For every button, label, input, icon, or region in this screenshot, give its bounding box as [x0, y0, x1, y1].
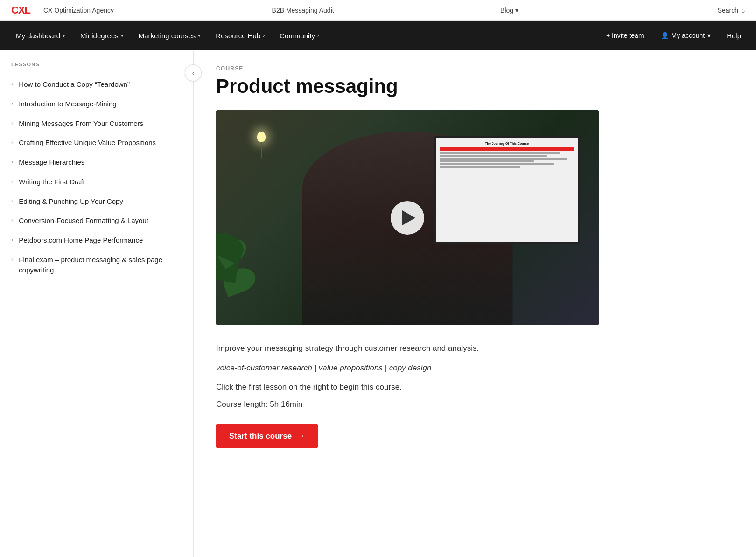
- video-plant-decoration: [224, 232, 280, 325]
- description-text: Improve your messaging strategy through …: [216, 342, 599, 355]
- lesson-item[interactable]: › Crafting Effective Unique Value Propos…: [0, 133, 193, 153]
- lesson-item[interactable]: › Introduction to Message-Mining: [0, 94, 193, 114]
- lesson-title: Writing the First Draft: [19, 177, 84, 187]
- screen-line-2: [440, 155, 547, 157]
- lesson-chevron-icon: ›: [11, 158, 13, 165]
- lesson-item[interactable]: › Message Hierarchies: [0, 153, 193, 172]
- play-icon: [402, 210, 415, 225]
- main-nav: My dashboard ▾ Minidegrees ▾ Marketing c…: [0, 21, 756, 50]
- collapse-sidebar-button[interactable]: ‹: [185, 64, 202, 81]
- nav-minidegrees-label: Minidegrees: [80, 32, 119, 40]
- top-bar: CXL CX Optimization Agency B2B Messaging…: [0, 0, 756, 21]
- screen-line-3: [440, 158, 567, 160]
- course-video[interactable]: The Journey Of This Course: [216, 110, 599, 325]
- start-button-label: Start this course: [229, 432, 292, 441]
- lesson-chevron-icon: ›: [11, 236, 13, 243]
- my-account-button[interactable]: 👤 My account ▾: [654, 28, 718, 43]
- lamp-stem: [261, 142, 262, 158]
- lesson-item[interactable]: › Mining Messages From Your Customers: [0, 114, 193, 133]
- nav-community[interactable]: Community ›: [273, 28, 326, 43]
- lesson-title: Mining Messages From Your Customers: [19, 118, 143, 129]
- minidegrees-chevron-icon: ▾: [121, 33, 124, 39]
- nav-resource-hub[interactable]: Resource Hub ›: [209, 28, 271, 43]
- video-background: The Journey Of This Course: [216, 110, 599, 325]
- lamp-bulb: [257, 132, 266, 142]
- help-label: Help: [727, 32, 741, 40]
- lesson-chevron-icon: ›: [11, 100, 13, 107]
- lesson-chevron-icon: ›: [11, 80, 13, 87]
- search-icon: ⌕: [741, 7, 745, 14]
- video-screen: The Journey Of This Course: [434, 136, 580, 244]
- help-button[interactable]: Help: [721, 28, 747, 43]
- screen-line-1: [440, 152, 560, 154]
- lesson-title: Editing & Punching Up Your Copy: [19, 196, 123, 207]
- lesson-item[interactable]: › Writing the First Draft: [0, 172, 193, 192]
- invite-team-label: + Invite team: [606, 32, 644, 39]
- video-lamp-decoration: [254, 132, 268, 160]
- b2b-audit-link[interactable]: B2B Messaging Audit: [272, 7, 490, 14]
- lesson-title: How to Conduct a Copy “Teardown”: [19, 79, 130, 90]
- lesson-title: Final exam – product messaging & sales p…: [19, 255, 182, 275]
- lesson-item[interactable]: › Conversion-Focused Formatting & Layout: [0, 211, 193, 230]
- course-description: Improve your messaging strategy through …: [216, 342, 599, 448]
- screen-title: The Journey Of This Course: [440, 142, 574, 145]
- cx-optimization-link[interactable]: CX Optimization Agency: [43, 7, 261, 14]
- nav-marketing-courses-label: Marketing courses: [139, 32, 196, 40]
- main-nav-left: My dashboard ▾ Minidegrees ▾ Marketing c…: [9, 28, 600, 43]
- screen-line-6: [440, 166, 520, 168]
- my-dashboard-chevron-icon: ▾: [63, 33, 65, 39]
- top-bar-links: CX Optimization Agency B2B Messaging Aud…: [43, 7, 718, 14]
- lesson-chevron-icon: ›: [11, 139, 13, 146]
- nav-resource-hub-label: Resource Hub: [216, 32, 260, 40]
- start-course-button[interactable]: Start this course →: [216, 424, 318, 448]
- lessons-heading: LESSONS: [0, 62, 193, 75]
- collapse-icon: ‹: [192, 69, 195, 77]
- plant-leaves: [224, 232, 280, 311]
- account-icon: 👤: [661, 32, 669, 39]
- lesson-item[interactable]: › How to Conduct a Copy “Teardown”: [0, 75, 193, 94]
- lesson-chevron-icon: ›: [11, 216, 13, 223]
- main-content: COURSE Product messaging: [194, 50, 756, 557]
- search-label: Search: [718, 7, 738, 14]
- my-account-chevron-icon: ▾: [707, 32, 711, 39]
- resource-hub-arrow-icon: ›: [263, 32, 265, 39]
- screen-line-5: [440, 163, 553, 165]
- lesson-chevron-icon: ›: [11, 119, 13, 126]
- lesson-item[interactable]: › Petdoors.com Home Page Performance: [0, 230, 193, 250]
- instruction-text: Click the first lesson on the right to b…: [216, 381, 599, 393]
- community-arrow-icon: ›: [317, 32, 319, 39]
- lesson-title: Conversion-Focused Formatting & Layout: [19, 216, 148, 226]
- screen-line-4: [440, 160, 533, 162]
- lesson-chevron-icon: ›: [11, 256, 13, 263]
- course-length: Course length: 5h 16min: [216, 398, 599, 411]
- blog-label: Blog: [500, 7, 513, 14]
- nav-community-label: Community: [280, 32, 315, 40]
- nav-my-dashboard-label: My dashboard: [16, 32, 60, 40]
- lesson-title: Crafting Effective Unique Value Proposit…: [19, 138, 156, 148]
- invite-team-button[interactable]: + Invite team: [600, 28, 651, 43]
- main-nav-right: + Invite team 👤 My account ▾ Help: [600, 28, 747, 43]
- lesson-title: Message Hierarchies: [19, 157, 84, 167]
- page-layout: LESSONS › How to Conduct a Copy “Teardow…: [0, 50, 756, 557]
- course-title: Product messaging: [216, 76, 734, 97]
- sidebar: LESSONS › How to Conduct a Copy “Teardow…: [0, 50, 194, 557]
- nav-my-dashboard[interactable]: My dashboard ▾: [9, 28, 72, 43]
- play-button[interactable]: [391, 201, 424, 235]
- my-account-label: My account: [672, 32, 705, 39]
- nav-minidegrees[interactable]: Minidegrees ▾: [74, 28, 130, 43]
- lesson-chevron-icon: ›: [11, 197, 13, 204]
- lesson-item[interactable]: › Final exam – product messaging & sales…: [0, 250, 193, 280]
- logo[interactable]: CXL: [11, 4, 30, 16]
- top-bar-right: Search ⌕: [718, 7, 745, 14]
- nav-marketing-courses[interactable]: Marketing courses ▾: [132, 28, 208, 43]
- keywords-text: voice-of-customer research | value propo…: [216, 362, 599, 374]
- blog-link[interactable]: Blog ▾: [500, 7, 718, 14]
- screen-bar-red: [440, 147, 574, 151]
- lesson-item[interactable]: › Editing & Punching Up Your Copy: [0, 192, 193, 211]
- search-button[interactable]: Search ⌕: [718, 7, 745, 14]
- start-button-arrow-icon: →: [296, 431, 305, 441]
- course-label: COURSE: [216, 65, 734, 72]
- lesson-title: Introduction to Message-Mining: [19, 99, 116, 109]
- blog-dropdown-icon: ▾: [515, 7, 518, 14]
- marketing-courses-chevron-icon: ▾: [198, 33, 201, 39]
